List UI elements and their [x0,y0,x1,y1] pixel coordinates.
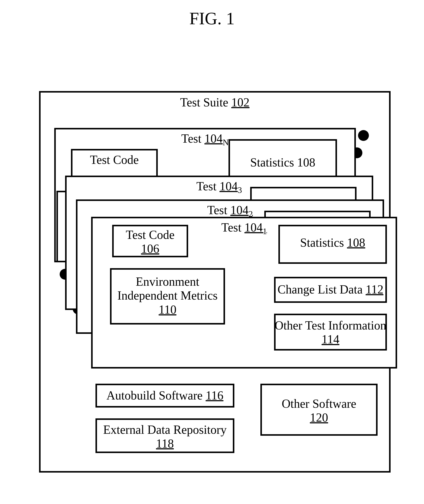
autobuild-num: 116 [206,389,224,402]
test-code-label: Test Code 106 [112,228,188,256]
diagram-page: FIG. 1 Test Suite 102 Test 104N Test Cod… [0,0,424,504]
autobuild-text: Autobuild Software [106,389,202,402]
test-2-title-num: 1042 [230,203,253,217]
test-3-title-num: 1043 [219,180,242,193]
env-metrics-text: Environment Independent Metrics [117,275,218,302]
statistics-text: Statistics [300,236,344,249]
other-software-text: Other Software [282,397,356,410]
env-metrics-label: Environment Independent Metrics 110 [110,275,225,316]
test-3-stats-partial [250,187,356,201]
test-1-title-num: 1041 [244,221,267,234]
test-code-num: 106 [141,242,159,255]
test-suite-label: Test Suite 102 [39,95,391,109]
statistics-num: 108 [347,236,365,249]
change-list-label: Change List Data 112 [274,282,387,296]
other-software-label: Other Software 120 [260,397,378,425]
change-list-text: Change List Data [278,283,363,296]
env-metrics-num: 110 [159,303,176,316]
figure-title: FIG. 1 [0,9,424,28]
test-suite-label-num: 102 [231,96,249,109]
statistics-label: Statistics 108 [278,236,387,249]
test-N-code-label: Test Code [71,153,158,167]
test-1-box: Test 1041 Test Code 106 Environment Inde… [91,217,397,369]
test-N-title-num: 104N [204,132,229,145]
other-test-info-label: Other Test Information 114 [274,318,387,346]
other-test-info-text: Other Test Information [275,319,386,332]
autobuild-label: Autobuild Software 116 [95,389,234,402]
test-1-title-text: Test [221,221,242,234]
repo-num: 118 [156,437,174,450]
test-3-title-text: Test [196,180,217,193]
repo-label: External Data Repository 118 [95,423,234,451]
test-suite-label-text: Test Suite [180,96,228,109]
test-N-title-text: Test [181,132,202,145]
repo-text: External Data Repository [103,423,226,436]
ellipsis-dot [358,130,369,141]
other-software-num: 120 [310,411,328,424]
test-N-stats-label: Statistics 108 [229,155,337,169]
test-2-title-text: Test [207,203,227,217]
other-test-info-num: 114 [322,333,339,346]
change-list-num: 112 [366,283,383,296]
test-code-text: Test Code [126,228,175,242]
